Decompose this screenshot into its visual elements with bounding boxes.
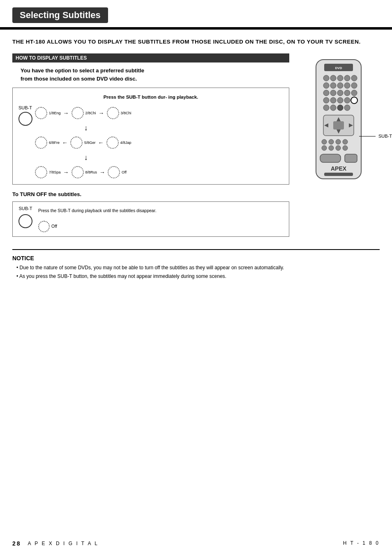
flow-diagram-box: Press the SUB-T button dur- ing playback… — [12, 88, 289, 185]
btn-label-2-8chi: 2/8Chi — [85, 111, 96, 115]
svg-point-20 — [337, 97, 343, 103]
svg-text:DVD: DVD — [335, 66, 342, 70]
flow-row-1: 1/8Eng → 2/8Chi → 3/8Chi — [35, 107, 131, 119]
page-header: Selecting Subtitles — [0, 0, 392, 28]
svg-point-16 — [344, 90, 350, 96]
svg-point-39 — [336, 146, 341, 150]
svg-point-26 — [344, 105, 350, 111]
svg-point-34 — [329, 139, 334, 144]
svg-point-37 — [322, 146, 327, 150]
arrow-down-2: ↓ — [41, 154, 131, 161]
page-number: 28 — [12, 540, 21, 547]
model-name: H T - 1 8 0 — [343, 540, 380, 547]
off-label: Off — [51, 223, 57, 230]
subt-col: SUB-T — [18, 105, 32, 126]
remote-wrapper: DVD — [308, 58, 369, 190]
flow-item-2-1: 6/8Fre — [35, 136, 60, 149]
turn-off-subt-label: SUB-T — [19, 206, 32, 211]
btn-label-8-8rus: 8/8Rus — [85, 170, 97, 174]
turn-off-instruction-text: Press the SUB-T during playback until th… — [38, 208, 157, 214]
btn-3-8chi — [107, 107, 119, 119]
subt-main-button — [18, 112, 32, 126]
svg-point-13 — [323, 90, 329, 96]
btn-label-7-8spa: 7/8Spa — [49, 170, 61, 174]
svg-point-12 — [351, 83, 357, 88]
remote-sub-t-label: SUB-T — [378, 134, 392, 139]
flow-item-3-2: 8/8Rus — [71, 166, 97, 178]
svg-point-38 — [329, 146, 334, 150]
svg-point-10 — [337, 83, 343, 88]
btn-label-5-8ger: 5/8Ger — [84, 141, 96, 145]
turn-off-subt-button — [18, 214, 32, 228]
svg-point-22 — [351, 97, 357, 104]
svg-point-33 — [322, 139, 327, 144]
btn-off-2 — [38, 221, 50, 232]
svg-point-25 — [337, 105, 343, 111]
btn-5-8ger — [70, 136, 83, 149]
arrow-right-4: → — [99, 169, 105, 176]
page-title: Selecting Subtitles — [12, 7, 108, 23]
remote-svg: DVD — [308, 58, 369, 189]
svg-point-35 — [336, 139, 341, 144]
svg-point-6 — [344, 75, 350, 81]
left-column: HOW TO DISPLAY SUBTITLES You have the op… — [12, 53, 289, 237]
flow-item-1-3: 3/8Chi — [107, 107, 131, 119]
svg-point-21 — [344, 97, 350, 103]
btn-6-8fre — [35, 136, 47, 149]
btn-4-8jap — [106, 136, 119, 149]
btn-label-1-8eng: 1/8Eng — [49, 111, 61, 115]
flow-row-2: 6/8Fre ← 5/8Ger ← 4/8Jap — [35, 136, 131, 149]
subtitle-diagram: SUB-T 1/8Eng → — [18, 105, 283, 180]
svg-point-36 — [343, 139, 348, 144]
sub-t-label: SUB-T — [18, 105, 32, 110]
arrow-right-1: → — [63, 110, 69, 116]
arrow-right-3: → — [63, 169, 69, 176]
svg-point-15 — [337, 90, 343, 96]
flow-item-3-1: 7/8Spa — [35, 166, 61, 178]
svg-point-17 — [351, 90, 357, 96]
notice-section: NOTICE • Due to the nature of some DVDs,… — [12, 249, 380, 280]
flow-item-2-2: 5/8Ger — [70, 136, 96, 149]
svg-point-3 — [323, 75, 329, 81]
content-row: HOW TO DISPLAY SUBTITLES You have the op… — [12, 53, 380, 237]
flow-row-3: 7/8Spa → 8/8Rus → Off — [35, 166, 131, 178]
arrow-down-1: ↓ — [41, 124, 131, 132]
btn-label-6-8fre: 6/8Fre — [49, 141, 60, 145]
notice-title: NOTICE — [12, 255, 380, 261]
arrow-left-2: ← — [98, 139, 104, 146]
svg-rect-44 — [324, 173, 353, 176]
page-footer: 28 A P E X D I G I T A L H T - 1 8 0 — [0, 540, 392, 547]
flow-item-2-3: 4/8Jap — [106, 136, 131, 149]
turn-off-heading: To TURN OFF the subtitles. — [12, 191, 289, 197]
svg-rect-41 — [320, 154, 341, 162]
flow-item-1-2: 2/8Chi — [71, 107, 96, 119]
turn-off-box: SUB-T Press the SUB-T during playback un… — [12, 201, 289, 237]
flow-item-1-1: 1/8Eng — [35, 107, 61, 119]
svg-point-18 — [323, 97, 329, 103]
btn-off-1 — [108, 166, 120, 178]
footer-left: 28 A P E X D I G I T A L — [12, 540, 99, 547]
arrow-right-2: → — [99, 110, 104, 116]
svg-rect-42 — [345, 154, 357, 162]
section-subtext: You have the option to select a preferre… — [12, 67, 289, 83]
turn-off-instruction: Press the SUB-T during playback until th… — [38, 206, 157, 232]
svg-text:APEX: APEX — [331, 165, 347, 172]
notice-item-2: • As you press the SUB-T button, the sub… — [12, 273, 380, 280]
btn-label-4-8jap: 4/8Jap — [120, 141, 131, 145]
svg-point-11 — [344, 83, 350, 88]
svg-point-24 — [330, 105, 336, 111]
btn-8-8rus — [71, 166, 84, 178]
brand-name: A P E X D I G I T A L — [28, 541, 99, 546]
flow-rows: 1/8Eng → 2/8Chi → 3/8Chi — [35, 105, 131, 180]
btn-1-8eng — [35, 107, 47, 119]
svg-point-8 — [323, 83, 329, 88]
svg-point-14 — [330, 90, 336, 96]
section-heading: HOW TO DISPLAY SUBTITLES — [12, 53, 289, 62]
svg-point-7 — [351, 75, 357, 81]
svg-point-5 — [337, 75, 343, 81]
intro-text: THE HT-180 ALLOWS YOU TO DISPLAY THE SUB… — [12, 38, 380, 46]
btn-7-8spa — [35, 166, 47, 178]
svg-rect-32 — [333, 121, 344, 130]
svg-point-9 — [330, 83, 336, 88]
btn-label-3-8chi: 3/8Chi — [121, 111, 131, 115]
